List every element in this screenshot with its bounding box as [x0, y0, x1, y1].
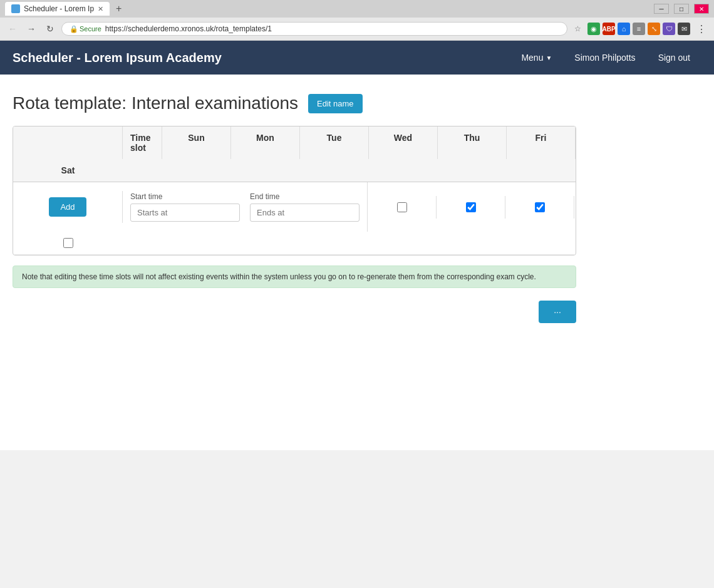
- sun-cell: [368, 196, 437, 219]
- back-button[interactable]: ←: [5, 21, 20, 36]
- refresh-button[interactable]: ↻: [43, 21, 58, 36]
- col-sat-header: Sat: [13, 159, 123, 182]
- mon-cell: [437, 196, 505, 219]
- ext-icon-7[interactable]: ✉: [678, 23, 690, 35]
- end-time-label: End time: [250, 192, 360, 201]
- sign-out-button[interactable]: Sign out: [647, 41, 701, 75]
- tab-close-button[interactable]: ✕: [98, 5, 103, 13]
- restore-button[interactable]: □: [674, 4, 689, 14]
- url-text: https://schedulerdemo.xronos.uk/rota_tem…: [105, 24, 272, 33]
- mon-checkbox[interactable]: [466, 202, 476, 212]
- user-name-link[interactable]: Simon Philpotts: [563, 41, 646, 75]
- ext-icon-2[interactable]: ABP: [603, 23, 615, 35]
- secure-label: Secure: [80, 25, 101, 33]
- col-tue-header: Tue: [300, 126, 369, 159]
- title-bar-left: Scheduler - Lorem Ip ✕ +: [5, 2, 124, 16]
- note-text: Note that editing these time slots will …: [22, 272, 536, 281]
- save-button[interactable]: ···: [539, 301, 576, 323]
- ext-icon-1[interactable]: ◉: [587, 23, 600, 35]
- browser-menu-button[interactable]: ⋮: [694, 23, 709, 35]
- start-time-group: Start time: [130, 192, 240, 222]
- extension-icons: ◉ ABP ⌂ ≡ ⤡ 🛡 ✉: [587, 23, 690, 35]
- ext-icon-4[interactable]: ≡: [633, 23, 645, 35]
- tue-cell: [505, 196, 574, 219]
- sat-checkbox[interactable]: [63, 238, 73, 248]
- browser-tab[interactable]: Scheduler - Lorem Ip ✕: [5, 2, 110, 16]
- address-bar: ← → ↻ 🔒 Secure https://schedulerdemo.xro…: [0, 18, 714, 40]
- page-title-area: Rota template: Internal examinations Edi…: [13, 93, 701, 113]
- title-bar: Scheduler - Lorem Ip ✕ + ─ □ ✕: [0, 0, 714, 18]
- note-box: Note that editing these time slots will …: [13, 266, 576, 288]
- sat-cell: [13, 232, 123, 254]
- col-fri-header: Fri: [507, 126, 576, 159]
- close-window-button[interactable]: ✕: [694, 4, 709, 14]
- sun-checkbox[interactable]: [397, 202, 407, 212]
- col-sun-header: Sun: [162, 126, 231, 159]
- table-header: Time slot Sun Mon Tue Wed Thu Fri Sat: [13, 126, 576, 182]
- menu-button[interactable]: Menu ▼: [510, 41, 563, 75]
- table-row: Add Start time End time: [13, 182, 576, 255]
- wed-cell: [574, 196, 576, 219]
- col-timeslot-header: Time slot: [123, 126, 162, 159]
- url-bar[interactable]: 🔒 Secure https://schedulerdemo.xronos.uk…: [61, 22, 567, 36]
- user-name-label: Simon Philpotts: [574, 53, 635, 63]
- browser-chrome: Scheduler - Lorem Ip ✕ + ─ □ ✕ ← → ↻ 🔒 S…: [0, 0, 714, 41]
- add-button[interactable]: Add: [49, 197, 86, 217]
- navbar: Scheduler - Lorem Ipsum Academy Menu ▼ S…: [0, 41, 714, 75]
- col-add-header: [13, 126, 123, 159]
- start-time-input[interactable]: [130, 204, 240, 222]
- menu-dropdown-arrow: ▼: [546, 54, 552, 61]
- start-time-label: Start time: [130, 192, 240, 201]
- app-title: Scheduler - Lorem Ipsum Academy: [13, 51, 510, 65]
- save-section: ···: [13, 301, 576, 323]
- tab-favicon: [11, 4, 20, 13]
- minimize-button[interactable]: ─: [654, 4, 669, 14]
- col-wed-header: Wed: [369, 126, 438, 159]
- col-thu-header: Thu: [438, 126, 507, 159]
- main-content: Rota template: Internal examinations Edi…: [0, 75, 714, 450]
- time-slot-cell: Start time End time: [123, 182, 368, 232]
- tue-checkbox[interactable]: [535, 202, 545, 212]
- col-mon-header: Mon: [231, 126, 300, 159]
- ext-icon-6[interactable]: 🛡: [663, 23, 675, 35]
- navbar-actions: Menu ▼ Simon Philpotts Sign out: [510, 41, 701, 75]
- end-time-input[interactable]: [250, 204, 360, 222]
- forward-button[interactable]: →: [24, 21, 39, 36]
- edit-name-button[interactable]: Edit name: [308, 94, 363, 113]
- page-title: Rota template: Internal examinations: [13, 93, 298, 113]
- rota-table: Time slot Sun Mon Tue Wed Thu Fri Sat Ad…: [13, 126, 576, 255]
- end-time-group: End time: [250, 192, 360, 222]
- secure-badge: 🔒 Secure: [70, 25, 101, 33]
- new-tab-button[interactable]: +: [113, 3, 124, 14]
- tab-title: Scheduler - Lorem Ip: [24, 4, 94, 13]
- menu-label: Menu: [521, 53, 543, 63]
- ext-icon-3[interactable]: ⌂: [618, 23, 630, 35]
- bookmark-star-icon[interactable]: ☆: [571, 23, 584, 35]
- add-button-cell: Add: [13, 191, 123, 223]
- window-controls: ─ □ ✕: [654, 4, 709, 14]
- sign-out-label: Sign out: [658, 53, 690, 63]
- ext-icon-5[interactable]: ⤡: [648, 23, 660, 35]
